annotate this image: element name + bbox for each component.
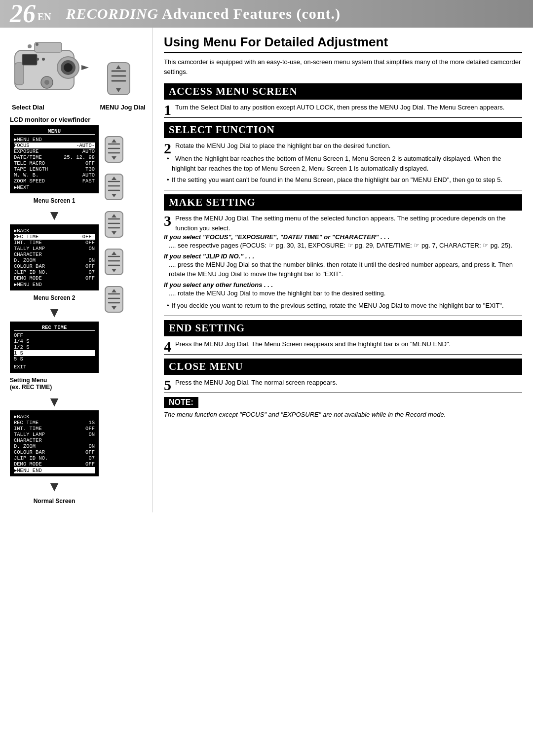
menu-row: D. ZOOMON xyxy=(14,443,95,449)
jog-dial-side-2 xyxy=(104,173,124,201)
menu-exit-row: EXIT xyxy=(14,364,95,370)
menu-row: M. W. B.AUTO xyxy=(14,172,95,178)
menu-row: DATE/TIME25. 12. 98 xyxy=(14,154,95,160)
page-header: 26 EN RECORDING Advanced Features (cont.… xyxy=(0,0,533,28)
right-jogs xyxy=(104,125,124,507)
svg-marker-14 xyxy=(81,65,89,70)
menu-screen-2-box: ▶BACK REC TIME-OFF- INT. TIMEOFF TALLY L… xyxy=(10,224,99,290)
menu-row: ▶BACK xyxy=(14,413,95,420)
menu-row: COLOUR BAROFF xyxy=(14,449,95,455)
page-lang: EN xyxy=(38,11,51,23)
step-1-number: 1 xyxy=(164,103,171,117)
svg-point-3 xyxy=(64,63,73,72)
divider-5 xyxy=(164,393,522,393)
menu-row: JLIP ID NO.07 xyxy=(14,455,95,461)
menu-row: REC TIME1S xyxy=(14,420,95,426)
section-close-menu: CLOSE MENU 5 Press the MENU Jog Dial. Th… xyxy=(164,359,522,388)
intro-text: This camcorder is equipped with an easy-… xyxy=(164,57,522,76)
menu-row: 1/4 S xyxy=(14,338,95,344)
note-label: NOTE: xyxy=(164,397,198,408)
svg-rect-5 xyxy=(15,63,24,85)
make-setting-header: MAKE SETTING xyxy=(164,194,522,211)
sub1-text: .... see respective pages (FOCUS: ☞ pg. … xyxy=(164,241,522,251)
menu-row: CHARACTER xyxy=(14,252,95,257)
step-2-block: 2 Rotate the MENU Jog Dial to place the … xyxy=(164,141,522,151)
menu-row: 1/2 S xyxy=(14,344,95,350)
menu-row: ▶MENU END xyxy=(14,281,95,288)
arrow-down-1: ▼ xyxy=(10,208,99,223)
left-screens: MENU ▶MENU END FOCUS-AUTO- EXPOSUREAUTO … xyxy=(10,125,99,507)
menu-row: TALLY LAMPON xyxy=(14,246,95,252)
section-access-menu: ACCESS MENU SCREEN 1 Turn the Select Dia… xyxy=(164,83,522,112)
divider-4 xyxy=(164,354,522,355)
menu-row: COLOUR BAROFF xyxy=(14,263,95,269)
sub3-text: .... rotate the MENU Jog Dial to move th… xyxy=(164,288,522,298)
step-1-block: 1 Turn the Select Dial to any position e… xyxy=(164,103,522,112)
access-menu-header: ACCESS MENU SCREEN xyxy=(164,83,522,100)
menu-row: JLIP ID NO.07 xyxy=(14,269,95,275)
main-body: Select Dial MENU Jog Dial LCD monitor or… xyxy=(0,28,533,512)
menu-row: OFF xyxy=(14,332,95,338)
select-function-header: SELECT FUNCTION xyxy=(164,122,522,138)
step-4-number: 4 xyxy=(164,339,171,354)
menu-screen-1-title: MENU xyxy=(14,128,95,135)
camcorder-illustration xyxy=(10,36,101,100)
page-number: 26 xyxy=(10,1,36,27)
step-3-number: 3 xyxy=(164,214,171,228)
menu-row: INT. TIMEOFF xyxy=(14,426,95,432)
select-dial-label: Select Dial xyxy=(12,104,44,111)
bullet-1: When the highlight bar reaches the botto… xyxy=(167,154,522,173)
right-column: Using Menu For Detailed Adjustment This … xyxy=(153,28,533,512)
arrow-down-3: ▼ xyxy=(10,395,99,410)
divider-3 xyxy=(164,316,522,316)
menu-row-highlighted: ▶MENU END xyxy=(14,467,95,473)
close-menu-header: CLOSE MENU xyxy=(164,359,522,375)
step-2-text: Rotate the MENU Jog Dial to place the hi… xyxy=(175,141,522,151)
step-1-text: Turn the Select Dial to any position exc… xyxy=(175,103,522,112)
menu-row: DEMO MODEOFF xyxy=(14,275,95,281)
menu-row: EXPOSUREAUTO xyxy=(14,148,95,154)
select-function-bullets: When the highlight bar reaches the botto… xyxy=(164,154,522,185)
menu-jog-dial-illustration xyxy=(105,60,132,100)
menu-row: ▶NEXT xyxy=(14,184,95,190)
sub3-bullets: If you decide you want to return to the … xyxy=(164,301,522,311)
svg-rect-15 xyxy=(22,54,37,65)
svg-point-13 xyxy=(42,58,45,61)
sub1-bold: If you select "FOCUS", "EXPOSURE", "DATE… xyxy=(164,233,522,241)
menu-row: D. ZOOMON xyxy=(14,257,95,263)
left-column: Select Dial MENU Jog Dial LCD monitor or… xyxy=(0,28,153,512)
setting-menu-title: REC TIME xyxy=(14,324,95,331)
section-main-title: Using Menu For Detailed Adjustment xyxy=(164,35,522,53)
menu-row-highlighted: 1 S xyxy=(14,350,95,356)
left-content: MENU ▶MENU END FOCUS-AUTO- EXPOSUREAUTO … xyxy=(10,125,148,507)
menu-row-highlighted: FOCUS-AUTO- xyxy=(14,143,95,148)
end-setting-header: END SETTING xyxy=(164,320,522,336)
menu-row: TELE MACROOFF xyxy=(14,160,95,166)
step-3-block: 3 Press the MENU Jog Dial. The setting m… xyxy=(164,214,522,233)
menu-row-highlighted: REC TIME-OFF- xyxy=(14,234,95,240)
step-5-number: 5 xyxy=(164,378,171,393)
jog-dial-side-3 xyxy=(104,210,124,239)
svg-point-7 xyxy=(36,43,38,46)
menu-row: ▶MENU END xyxy=(14,136,95,143)
section-end-setting: END SETTING 4 Press the MENU Jog Dial. T… xyxy=(164,320,522,349)
dial-caption-row: Select Dial MENU Jog Dial xyxy=(10,104,148,111)
sub2-text: .... press the MENU Jog Dial so that the… xyxy=(164,260,522,279)
menu-row: TAPE LENGTHT30 xyxy=(14,166,95,172)
setting-menu-box: REC TIME OFF 1/4 S 1/2 S 1 S 5 S EXIT xyxy=(10,322,99,373)
sub2-bold: If you select "JLIP ID NO." . . . xyxy=(164,252,522,260)
step-3-text: Press the MENU Jog Dial. The setting men… xyxy=(175,214,522,233)
menu-row: ZOOM SPEEDFAST xyxy=(14,178,95,184)
divider-1 xyxy=(164,117,522,118)
menu-row: INT. TIMEOFF xyxy=(14,240,95,246)
sub3-bullet: If you decide you want to return to the … xyxy=(167,301,522,311)
arrow-down-4: ▼ xyxy=(10,479,99,495)
menu-row: ▶BACK xyxy=(14,227,95,234)
menu-row: CHARACTER xyxy=(14,437,95,443)
step-4-text: Press the MENU Jog Dial. The Menu Screen… xyxy=(175,339,522,349)
normal-screen-label: Normal Screen xyxy=(10,498,99,504)
jog-dial-side-5 xyxy=(104,285,124,314)
menu-jog-dial-label: MENU Jog Dial xyxy=(100,104,146,111)
camcorder-area xyxy=(10,36,148,100)
menu-row: DEMO MODEOFF xyxy=(14,461,95,467)
